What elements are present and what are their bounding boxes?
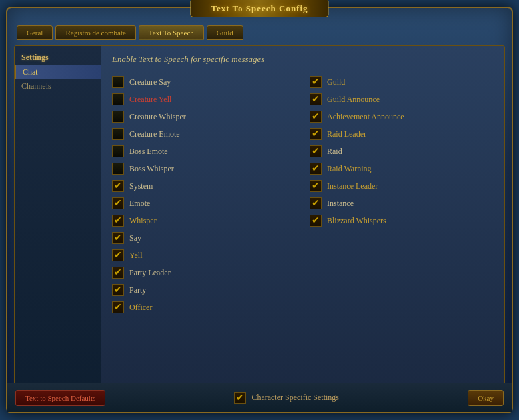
checkbox-party-leader[interactable]: ✔ [112,267,124,279]
check-item-yell[interactable]: ✔Yell [112,247,296,263]
checkbox-creature-yell[interactable] [112,93,124,105]
checkmark-say: ✔ [114,233,122,243]
checkmark-guild: ✔ [312,77,320,87]
check-label-boss-emote: Boss Emote [129,147,168,157]
checkbox-party[interactable]: ✔ [112,284,124,296]
check-item-raid[interactable]: ✔Raid [310,143,494,159]
check-item-boss-emote[interactable]: Boss Emote [112,143,296,159]
right-column: ✔Guild✔Guild Announce✔Achievement Announ… [310,74,494,315]
checkbox-boss-whisper[interactable] [112,163,124,175]
bottom-bar: Text to Speech Defaults ✔ Character Spec… [7,383,512,412]
check-item-creature-whisper[interactable]: Creature Whisper [112,109,296,125]
sidebar-section-settings: Settings [15,50,101,65]
checkmark-system: ✔ [114,181,122,191]
sidebar-item-channels[interactable]: Channels [15,79,101,93]
check-label-party: Party [129,285,146,295]
check-label-blizzard-whispers: Blizzard Whispers [327,216,386,226]
check-item-raid-warning[interactable]: ✔Raid Warning [310,161,494,177]
checkbox-raid-warning[interactable]: ✔ [310,163,322,175]
check-item-creature-say[interactable]: Creature Say [112,74,296,90]
checkbox-creature-emote[interactable] [112,128,124,140]
checkbox-raid-leader[interactable]: ✔ [310,128,322,140]
sidebar-item-chat[interactable]: Chat [15,65,101,79]
checkmark-raid: ✔ [312,147,320,156]
check-label-instance: Instance [327,199,354,209]
checkmark-guild-announce: ✔ [312,95,320,104]
check-item-emote[interactable]: ✔Emote [112,195,296,211]
check-item-instance-leader[interactable]: ✔Instance Leader [310,178,494,194]
check-label-creature-yell: Creature Yell [129,95,171,105]
tab-geral[interactable]: Geral [17,25,53,40]
check-label-system: System [129,181,153,191]
checkmark-yell: ✔ [114,251,122,260]
check-label-achievement-announce: Achievement Announce [327,112,404,122]
main-window: Text To Speech Config GeralRegistro de c… [6,7,513,413]
check-item-officer[interactable]: ✔Officer [112,299,296,315]
check-item-achievement-announce[interactable]: ✔Achievement Announce [310,109,494,125]
check-item-creature-emote[interactable]: Creature Emote [112,126,296,142]
checkbox-guild-announce[interactable]: ✔ [310,93,322,105]
checkbox-emote[interactable]: ✔ [112,197,124,209]
checkbox-whisper[interactable]: ✔ [112,215,124,227]
check-item-say[interactable]: ✔Say [112,230,296,246]
check-label-emote: Emote [129,199,150,209]
checkbox-officer[interactable]: ✔ [112,301,124,313]
main-panel: Enable Text to Speech for specific messa… [101,46,504,405]
checkbox-system[interactable]: ✔ [112,180,124,192]
check-item-guild[interactable]: ✔Guild [310,74,494,90]
checkbox-instance[interactable]: ✔ [310,197,322,209]
check-item-whisper[interactable]: ✔Whisper [112,213,296,229]
checkbox-yell[interactable]: ✔ [112,249,124,261]
check-item-party-leader[interactable]: ✔Party Leader [112,265,296,281]
check-item-guild-announce[interactable]: ✔Guild Announce [310,91,494,107]
char-check[interactable]: ✔ [234,392,246,404]
check-label-raid: Raid [327,147,342,157]
checkmark-instance: ✔ [312,199,320,208]
check-item-boss-whisper[interactable]: Boss Whisper [112,161,296,177]
check-label-guild: Guild [327,77,345,87]
check-label-creature-emote: Creature Emote [129,129,180,139]
tab-registro[interactable]: Registro de combate [55,25,135,40]
checkmark-achievement-announce: ✔ [312,112,320,121]
checkmark-whisper: ✔ [114,216,122,225]
check-label-party-leader: Party Leader [129,268,171,278]
char-checkmark: ✔ [236,393,244,403]
checkbox-say[interactable]: ✔ [112,232,124,244]
check-label-instance-leader: Instance Leader [327,181,378,191]
defaults-button[interactable]: Text to Speech Defaults [15,390,105,406]
check-item-system[interactable]: ✔System [112,178,296,194]
check-label-whisper: Whisper [129,216,157,226]
check-label-creature-whisper: Creature Whisper [129,112,186,122]
body-area: SettingsChatChannels Enable Text to Spee… [14,45,505,405]
check-label-boss-whisper: Boss Whisper [129,164,174,174]
tab-tts[interactable]: Text To Speech [139,25,204,40]
check-item-party[interactable]: ✔Party [112,282,296,298]
check-item-blizzard-whispers[interactable]: ✔Blizzard Whispers [310,213,494,229]
check-item-instance[interactable]: ✔Instance [310,195,494,211]
checkbox-blizzard-whispers[interactable]: ✔ [310,215,322,227]
char-setting: ✔ Character Specific Settings [234,392,339,404]
check-label-yell: Yell [129,251,142,261]
check-item-raid-leader[interactable]: ✔Raid Leader [310,126,494,142]
tab-bar: GeralRegistro de combateText To SpeechGu… [14,25,505,40]
checkmark-raid-warning: ✔ [312,164,320,173]
tab-guild[interactable]: Guild [207,25,243,40]
checkmark-emote: ✔ [114,199,122,208]
checkbox-guild[interactable]: ✔ [310,76,322,88]
checkmark-party: ✔ [114,285,122,295]
checkbox-creature-whisper[interactable] [112,111,124,123]
check-label-raid-warning: Raid Warning [327,164,371,174]
check-item-creature-yell[interactable]: Creature Yell [112,91,296,107]
checkbox-achievement-announce[interactable]: ✔ [310,111,322,123]
okay-button[interactable]: Okay [468,390,504,406]
checkboxes-grid: Creature SayCreature YellCreature Whispe… [112,74,494,315]
check-label-say: Say [129,233,141,243]
check-label-raid-leader: Raid Leader [327,129,366,139]
char-setting-label: Character Specific Settings [251,393,339,403]
checkbox-boss-emote[interactable] [112,145,124,157]
checkbox-raid[interactable]: ✔ [310,145,322,157]
checkbox-creature-say[interactable] [112,76,124,88]
checkbox-instance-leader[interactable]: ✔ [310,180,322,192]
checkmark-instance-leader: ✔ [312,181,320,191]
checkmark-blizzard-whispers: ✔ [312,216,320,225]
